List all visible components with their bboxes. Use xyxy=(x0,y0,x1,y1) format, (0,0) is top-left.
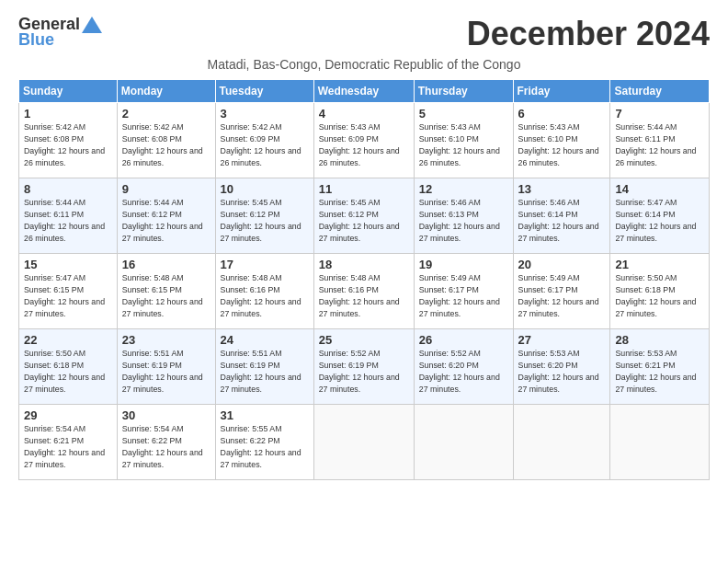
day-info: Sunrise: 5:47 AMSunset: 6:15 PMDaylight:… xyxy=(24,273,105,318)
day-number: 27 xyxy=(518,333,606,347)
day-number: 15 xyxy=(24,258,112,271)
day-info: Sunrise: 5:50 AMSunset: 6:18 PMDaylight:… xyxy=(615,273,696,318)
table-row: 24 Sunrise: 5:51 AMSunset: 6:19 PMDaylig… xyxy=(215,329,313,405)
day-number: 19 xyxy=(419,258,508,271)
day-number: 18 xyxy=(319,258,409,271)
table-row: 4 Sunrise: 5:43 AMSunset: 6:09 PMDayligh… xyxy=(313,103,414,178)
table-row: 7 Sunrise: 5:44 AMSunset: 6:11 PMDayligh… xyxy=(610,103,710,178)
day-number: 25 xyxy=(319,333,409,347)
header: General Blue December 2024 xyxy=(18,15,710,53)
day-number: 17 xyxy=(221,258,309,271)
table-row: 31 Sunrise: 5:55 AMSunset: 6:22 PMDaylig… xyxy=(215,405,313,480)
day-info: Sunrise: 5:42 AMSunset: 6:09 PMDaylight:… xyxy=(221,122,301,167)
day-number: 14 xyxy=(615,182,704,196)
day-number: 6 xyxy=(518,107,606,121)
table-row: 13 Sunrise: 5:46 AMSunset: 6:14 PMDaylig… xyxy=(513,178,610,254)
day-number: 8 xyxy=(24,182,112,196)
day-number: 31 xyxy=(221,408,309,422)
table-row: 29 Sunrise: 5:54 AMSunset: 6:21 PMDaylig… xyxy=(19,405,118,480)
day-info: Sunrise: 5:54 AMSunset: 6:21 PMDaylight:… xyxy=(24,424,105,469)
day-number: 7 xyxy=(615,107,704,121)
subtitle: Matadi, Bas-Congo, Democratic Republic o… xyxy=(18,57,710,72)
day-info: Sunrise: 5:48 AMSunset: 6:15 PMDaylight:… xyxy=(122,273,203,318)
day-info: Sunrise: 5:48 AMSunset: 6:16 PMDaylight:… xyxy=(319,273,400,318)
table-row: 5 Sunrise: 5:43 AMSunset: 6:10 PMDayligh… xyxy=(414,103,513,178)
day-info: Sunrise: 5:53 AMSunset: 6:20 PMDaylight:… xyxy=(518,349,599,394)
table-row: 21 Sunrise: 5:50 AMSunset: 6:18 PMDaylig… xyxy=(610,254,710,329)
day-info: Sunrise: 5:50 AMSunset: 6:18 PMDaylight:… xyxy=(24,349,105,394)
calendar-table: Sunday Monday Tuesday Wednesday Thursday… xyxy=(18,79,710,480)
day-number: 4 xyxy=(319,107,409,121)
day-info: Sunrise: 5:49 AMSunset: 6:17 PMDaylight:… xyxy=(419,273,500,318)
day-info: Sunrise: 5:48 AMSunset: 6:16 PMDaylight:… xyxy=(221,273,301,318)
day-number: 10 xyxy=(221,182,309,196)
table-row: 14 Sunrise: 5:47 AMSunset: 6:14 PMDaylig… xyxy=(610,178,710,254)
col-wednesday: Wednesday xyxy=(313,80,414,103)
day-number: 5 xyxy=(419,107,508,121)
day-number: 3 xyxy=(221,107,309,121)
col-sunday: Sunday xyxy=(19,80,118,103)
col-friday: Friday xyxy=(513,80,610,103)
table-row xyxy=(313,405,414,480)
day-number: 29 xyxy=(24,408,112,422)
day-number: 24 xyxy=(221,333,309,347)
table-row: 17 Sunrise: 5:48 AMSunset: 6:16 PMDaylig… xyxy=(215,254,313,329)
day-number: 13 xyxy=(518,182,606,196)
table-row xyxy=(414,405,513,480)
table-row: 26 Sunrise: 5:52 AMSunset: 6:20 PMDaylig… xyxy=(414,329,513,405)
day-info: Sunrise: 5:52 AMSunset: 6:19 PMDaylight:… xyxy=(319,349,400,394)
table-row: 1 Sunrise: 5:42 AMSunset: 6:08 PMDayligh… xyxy=(19,103,118,178)
day-info: Sunrise: 5:46 AMSunset: 6:14 PMDaylight:… xyxy=(518,198,599,243)
calendar-week-row: 29 Sunrise: 5:54 AMSunset: 6:21 PMDaylig… xyxy=(19,405,710,480)
table-row: 27 Sunrise: 5:53 AMSunset: 6:20 PMDaylig… xyxy=(513,329,610,405)
table-row: 25 Sunrise: 5:52 AMSunset: 6:19 PMDaylig… xyxy=(313,329,414,405)
day-info: Sunrise: 5:45 AMSunset: 6:12 PMDaylight:… xyxy=(319,198,400,243)
day-number: 30 xyxy=(122,408,210,422)
table-row xyxy=(610,405,710,480)
day-number: 21 xyxy=(615,258,704,271)
table-row: 28 Sunrise: 5:53 AMSunset: 6:21 PMDaylig… xyxy=(610,329,710,405)
table-row: 6 Sunrise: 5:43 AMSunset: 6:10 PMDayligh… xyxy=(513,103,610,178)
day-info: Sunrise: 5:42 AMSunset: 6:08 PMDaylight:… xyxy=(24,122,105,167)
day-info: Sunrise: 5:44 AMSunset: 6:12 PMDaylight:… xyxy=(122,198,203,243)
day-number: 12 xyxy=(419,182,508,196)
day-info: Sunrise: 5:43 AMSunset: 6:10 PMDaylight:… xyxy=(419,122,500,167)
day-info: Sunrise: 5:55 AMSunset: 6:22 PMDaylight:… xyxy=(221,424,301,469)
table-row: 23 Sunrise: 5:51 AMSunset: 6:19 PMDaylig… xyxy=(117,329,215,405)
col-thursday: Thursday xyxy=(414,80,513,103)
table-row: 12 Sunrise: 5:46 AMSunset: 6:13 PMDaylig… xyxy=(414,178,513,254)
day-info: Sunrise: 5:54 AMSunset: 6:22 PMDaylight:… xyxy=(122,424,203,469)
logo-blue: Blue xyxy=(18,30,54,50)
col-saturday: Saturday xyxy=(610,80,710,103)
table-row: 9 Sunrise: 5:44 AMSunset: 6:12 PMDayligh… xyxy=(117,178,215,254)
day-info: Sunrise: 5:47 AMSunset: 6:14 PMDaylight:… xyxy=(615,198,696,243)
day-number: 16 xyxy=(122,258,210,271)
table-row: 2 Sunrise: 5:42 AMSunset: 6:08 PMDayligh… xyxy=(117,103,215,178)
day-info: Sunrise: 5:43 AMSunset: 6:10 PMDaylight:… xyxy=(518,122,599,167)
day-number: 23 xyxy=(122,333,210,347)
svg-marker-0 xyxy=(82,17,102,33)
table-row: 18 Sunrise: 5:48 AMSunset: 6:16 PMDaylig… xyxy=(313,254,414,329)
day-info: Sunrise: 5:44 AMSunset: 6:11 PMDaylight:… xyxy=(24,198,105,243)
logo: General Blue xyxy=(18,15,102,50)
day-info: Sunrise: 5:52 AMSunset: 6:20 PMDaylight:… xyxy=(419,349,500,394)
day-number: 11 xyxy=(319,182,409,196)
day-number: 26 xyxy=(419,333,508,347)
day-number: 20 xyxy=(518,258,606,271)
day-number: 1 xyxy=(24,107,112,121)
day-info: Sunrise: 5:53 AMSunset: 6:21 PMDaylight:… xyxy=(615,349,696,394)
table-row: 11 Sunrise: 5:45 AMSunset: 6:12 PMDaylig… xyxy=(313,178,414,254)
table-row: 22 Sunrise: 5:50 AMSunset: 6:18 PMDaylig… xyxy=(19,329,118,405)
day-info: Sunrise: 5:42 AMSunset: 6:08 PMDaylight:… xyxy=(122,122,203,167)
col-monday: Monday xyxy=(117,80,215,103)
table-row: 19 Sunrise: 5:49 AMSunset: 6:17 PMDaylig… xyxy=(414,254,513,329)
table-row: 15 Sunrise: 5:47 AMSunset: 6:15 PMDaylig… xyxy=(19,254,118,329)
day-number: 2 xyxy=(122,107,210,121)
table-row: 10 Sunrise: 5:45 AMSunset: 6:12 PMDaylig… xyxy=(215,178,313,254)
day-info: Sunrise: 5:51 AMSunset: 6:19 PMDaylight:… xyxy=(122,349,203,394)
table-row: 16 Sunrise: 5:48 AMSunset: 6:15 PMDaylig… xyxy=(117,254,215,329)
month-title: December 2024 xyxy=(467,15,710,53)
table-row: 30 Sunrise: 5:54 AMSunset: 6:22 PMDaylig… xyxy=(117,405,215,480)
day-number: 9 xyxy=(122,182,210,196)
calendar-week-row: 1 Sunrise: 5:42 AMSunset: 6:08 PMDayligh… xyxy=(19,103,710,178)
